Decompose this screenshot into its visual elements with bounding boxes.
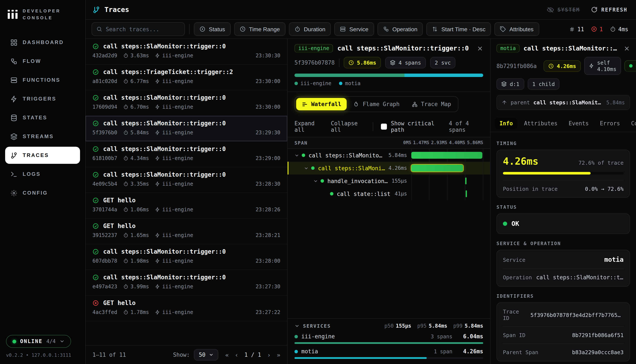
collapse-all-button[interactable]: Collapse all — [331, 120, 365, 133]
timeline-tick: 5.86MS — [467, 140, 483, 145]
trace-row[interactable]: call steps::TriageTicket::trigger::2 a81… — [86, 64, 287, 90]
trace-row[interactable]: call steps::SlaMonitor::trigger::0 5f397… — [86, 116, 287, 142]
trace-service: iii-engine — [162, 206, 193, 212]
service-row[interactable]: iii-engine 3 spans 6.04ms — [294, 333, 483, 344]
page-size-select[interactable]: 50 — [194, 349, 218, 360]
chevron-down-icon — [209, 352, 214, 357]
tab-trace-map[interactable]: Trace Map — [406, 98, 457, 110]
filter-status-button[interactable]: Status — [194, 22, 231, 36]
sort-start-time-button[interactable]: Start Time · Desc — [426, 22, 491, 36]
trace-row[interactable]: GET hello 39152237 1.65ms iii-engine 23:… — [86, 218, 287, 244]
trace-id: 39152237 — [93, 232, 117, 238]
stopwatch-icon — [123, 104, 128, 110]
trace-row[interactable]: call steps::SlaMonitor::trigger::0 4e09c… — [86, 167, 287, 193]
sidebar-item-traces[interactable]: TRACES — [5, 147, 80, 164]
terminal-icon — [10, 170, 18, 178]
filter-time-range-button[interactable]: Time Range — [234, 22, 285, 36]
divider — [189, 24, 190, 34]
span-bar[interactable] — [466, 190, 467, 197]
filter-attributes-button[interactable]: Attributes — [494, 22, 539, 36]
system-toggle-button[interactable]: SYSTEM — [547, 6, 580, 13]
trace-duration: 3.63ms — [131, 52, 149, 58]
parent-span-card[interactable]: parent call steps::SlaMonitor::trigger::… — [496, 95, 630, 110]
trace-duration: 1.65ms — [131, 232, 149, 238]
span-detail-tab[interactable]: Context — [626, 118, 636, 129]
sidebar-item-config[interactable]: CONFIG — [5, 184, 80, 202]
last-page-button[interactable]: » — [277, 352, 280, 358]
span-row[interactable]: call steps::SlaMonitor::tr… 5.84ms — [288, 149, 490, 162]
span-bar[interactable] — [411, 152, 482, 159]
trace-row[interactable]: call steps::SlaMonitor::trigger::0 607db… — [86, 244, 287, 270]
depth-pill: d:1 — [496, 78, 524, 90]
span-detail-tab[interactable]: Info — [495, 118, 518, 129]
service-operation-section-label: SERVICE & OPERATION — [496, 241, 630, 246]
legend-dot — [294, 82, 298, 85]
span-detail-tab[interactable]: Attributes — [519, 118, 562, 129]
sidebar-item-functions[interactable]: FUNCTIONS — [5, 72, 80, 88]
next-page-button[interactable]: › — [267, 352, 271, 358]
filter-operation-button[interactable]: Operation — [377, 22, 423, 36]
trace-duration-value: 5.86ms — [357, 60, 376, 66]
search-box[interactable] — [92, 22, 185, 36]
layers-icon — [390, 60, 395, 66]
span-bar[interactable] — [465, 178, 466, 184]
span-row[interactable]: call steps::SlaMonitor::… 4.26ms — [288, 162, 490, 174]
search-icon — [96, 26, 102, 32]
trace-list-panel: call steps::SlaMonitor::trigger::0 432ad… — [86, 39, 288, 364]
chevron-down-icon[interactable] — [313, 178, 318, 183]
span-bar[interactable] — [411, 165, 463, 172]
chevron-down-icon[interactable] — [294, 153, 299, 158]
legend-label: motia — [345, 80, 361, 86]
span-duration: 155µs — [388, 178, 407, 184]
page-indicator: 1 / 1 — [244, 352, 261, 358]
identifiers-section-label: IDENTIFIERS — [496, 294, 630, 299]
tab-waterfall[interactable]: Waterfall — [296, 98, 347, 110]
sidebar-item-logs[interactable]: LOGS — [5, 166, 80, 183]
span-detail-tab[interactable]: Errors — [595, 118, 625, 129]
sidebar-item-label: DASHBOARD — [23, 39, 64, 45]
app-logo: DEVELOPER CONSOLE — [5, 8, 80, 21]
status-circle-icon — [199, 26, 205, 32]
sidebar-item-flow[interactable]: FLOW — [5, 52, 80, 70]
sidebar-item-streams[interactable]: STREAMS — [5, 128, 80, 145]
online-status-pill[interactable]: ONLINE 4/4 — [6, 335, 71, 348]
span-timeline — [411, 174, 483, 187]
trace-row[interactable]: GET hello 4ac3ffed 1.78ms iii-engine 23:… — [86, 296, 287, 321]
trace-row[interactable]: call steps::SlaMonitor::trigger::0 432ad… — [86, 39, 287, 64]
trace-row[interactable]: call steps::SlaMonitor::trigger::0 e497a… — [86, 270, 287, 296]
zap-icon — [155, 207, 160, 212]
filter-duration-button[interactable]: Duration — [289, 22, 331, 36]
prev-page-button[interactable]: ‹ — [235, 352, 238, 358]
stopwatch-icon — [123, 181, 128, 186]
tab-flame-graph[interactable]: Flame Graph — [348, 98, 405, 110]
stopwatch-icon — [123, 79, 128, 84]
refresh-button[interactable]: REFRESH — [591, 6, 627, 13]
sidebar-item-triggers[interactable]: TRIGGERS — [5, 90, 80, 107]
expand-all-button[interactable]: Expand all — [294, 120, 323, 133]
sidebar-item-label: STATES — [23, 115, 47, 120]
trace-row[interactable]: call steps::SlaMonitor::trigger::0 17609… — [86, 90, 287, 116]
critical-path-checkbox[interactable] — [381, 124, 387, 130]
tag-icon — [500, 26, 506, 32]
chevron-down-icon[interactable] — [304, 166, 309, 170]
trace-duration: 1.06ms — [131, 206, 149, 212]
service-count-pill: 2 svc — [430, 57, 456, 68]
server-icon — [340, 26, 346, 32]
identifiers-card: Trace ID 5f3976b07878f3e4d2bff7b7765632d… — [496, 302, 630, 362]
children-value: 1 child — [532, 81, 555, 87]
sidebar-item-dashboard[interactable]: DASHBOARD — [5, 34, 80, 51]
service-row[interactable]: motia 1 span 4.26ms — [294, 348, 483, 359]
chevron-down-icon[interactable] — [294, 323, 300, 328]
trace-row[interactable]: GET hello 3701744a 1.06ms iii-engine 23:… — [86, 193, 287, 218]
close-icon[interactable] — [477, 45, 483, 52]
trace-row[interactable]: call steps::SlaMonitor::trigger::0 61810… — [86, 142, 287, 167]
first-page-button[interactable]: « — [225, 352, 229, 358]
search-input[interactable] — [106, 26, 180, 32]
close-icon[interactable] — [623, 45, 630, 52]
span-detail-tab[interactable]: Events — [564, 118, 593, 129]
span-row[interactable]: handle_invocation stat… 155µs — [288, 174, 490, 187]
filter-service-button[interactable]: Service — [334, 22, 374, 36]
filter-label: Service — [349, 26, 368, 32]
sidebar-item-states[interactable]: STATES — [5, 109, 80, 126]
span-row[interactable]: call state::list 41µs — [288, 187, 490, 200]
